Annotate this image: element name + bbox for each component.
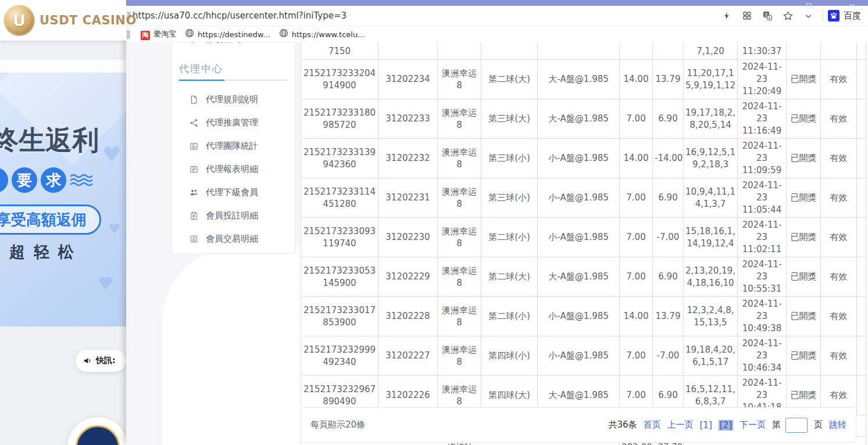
sidebar-item[interactable]: 代理推廣管理 bbox=[172, 111, 295, 134]
sidebar-item[interactable]: 代理報表明細 bbox=[172, 157, 295, 181]
cell-play: 第二球(大) bbox=[481, 257, 538, 297]
sidebar-item-label: 代理下級會員 bbox=[206, 187, 258, 198]
apps-icon[interactable] bbox=[741, 9, 753, 22]
cell-status: 已開獎 bbox=[787, 178, 821, 218]
logo-ball-icon: U bbox=[3, 5, 35, 36]
cell-game: 澳洲幸运8 bbox=[438, 297, 481, 336]
sidebar-item-label: 代理推廣管理 bbox=[206, 117, 258, 128]
cell-content: 大-A盤@1.985 bbox=[538, 257, 620, 297]
sidebar-item-change-password[interactable]: 修改密碼 bbox=[172, 42, 295, 49]
page-number-links: [1][2] bbox=[694, 420, 734, 430]
globe-icon bbox=[279, 28, 288, 40]
cell-valid: 有效 bbox=[821, 139, 857, 178]
logo-text: USDT CASINO bbox=[40, 13, 137, 27]
cell-extra bbox=[857, 42, 866, 60]
sidebar-section-title: 代理中心 bbox=[179, 62, 295, 76]
maximize-button[interactable] bbox=[806, 1, 812, 6]
promo-title: 终生返利 bbox=[0, 123, 99, 159]
table-row-partial: 71507,1,2011:30:37 bbox=[301, 42, 866, 60]
jump-button[interactable]: 跳转 bbox=[829, 419, 846, 430]
browser-titlebar bbox=[126, 0, 868, 6]
bookmark-label: https://destinedw... bbox=[198, 30, 270, 39]
cell-game: 澳洲幸运8 bbox=[438, 218, 481, 257]
sidebar-item[interactable]: 代理團隊統計 bbox=[172, 134, 295, 157]
cell-time: 2024-11-23 11:20:49 bbox=[738, 60, 787, 99]
coin-logo bbox=[76, 425, 120, 445]
chevron-down-icon[interactable] bbox=[802, 9, 815, 22]
cell-bet_id: 2152173233180985720 bbox=[301, 99, 378, 139]
page-number-link[interactable]: [1] bbox=[700, 420, 712, 430]
cell-extra bbox=[857, 297, 866, 336]
news-ticker[interactable]: 快訊: bbox=[76, 350, 126, 372]
close-button[interactable] bbox=[849, 1, 855, 6]
cell-valid: 有效 bbox=[821, 257, 857, 297]
casino-header: U USDT CASINO bbox=[0, 0, 126, 41]
cell-status: 已開獎 bbox=[787, 139, 821, 178]
star-icon[interactable] bbox=[781, 9, 794, 22]
cell-extra bbox=[857, 60, 866, 99]
bookmarks-items: 淘爱淘宝https://destinedw...https://www.tcel… bbox=[132, 28, 365, 40]
cell-amount: 7.00 bbox=[620, 218, 653, 257]
sidebar-item[interactable]: 會員交易明細 bbox=[172, 227, 295, 250]
url-bar[interactable]: https://usa70.cc/hhcp/usercenter.html?in… bbox=[126, 6, 868, 26]
cell-win_loss: 13.79 bbox=[653, 297, 684, 336]
bookmark-label: https://www.tcelu... bbox=[292, 30, 365, 39]
page-decor-blob bbox=[162, 246, 302, 445]
page-number-link[interactable]: [2] bbox=[719, 420, 733, 430]
bet-table: 71507,1,2011:30:372152173233204914900312… bbox=[301, 42, 866, 445]
agent-sidebar: 修改密碼 代理中心 代理規則說明代理推廣管理代理團隊統計代理報表明細代理下級會員… bbox=[172, 42, 295, 254]
cell-play: 第二球(小) bbox=[481, 218, 538, 257]
cell-status: 已開獎 bbox=[787, 336, 821, 376]
sidebar-item-label: 會員交易明細 bbox=[206, 234, 258, 245]
sidebar-item[interactable]: 會員投註明細 bbox=[172, 204, 295, 227]
sidebar-partial-item-wrap: 修改密碼 bbox=[172, 42, 295, 49]
next-page-link[interactable]: 下一页 bbox=[740, 419, 766, 430]
bookmark-item[interactable]: 淘爱淘宝 bbox=[141, 28, 176, 40]
cell-time: 2024-11-23 10:55:31 bbox=[738, 257, 787, 297]
url-text[interactable]: https://usa70.cc/hhcp/usercenter.html?in… bbox=[133, 10, 347, 21]
cell-time: 11:30:37 bbox=[738, 42, 787, 60]
cell-valid: 有效 bbox=[821, 297, 857, 336]
cell-extra bbox=[857, 99, 866, 139]
bookmark-item[interactable]: https://destinedw... bbox=[185, 28, 270, 40]
sidebar-item-label: 代理報表明細 bbox=[206, 164, 258, 175]
table-row: 215217323311445128031202231澳洲幸运8第三球(小)小-… bbox=[301, 178, 866, 218]
cell-status: 已開獎 bbox=[787, 99, 821, 139]
bet-table-body: 71507,1,2011:30:372152173233204914900312… bbox=[301, 42, 866, 445]
cell-extra bbox=[857, 178, 866, 218]
svg-text:A: A bbox=[768, 16, 771, 20]
promo-banner[interactable]: ♥ ♥ ♥ 终生返利 要 求 享受高額返佣 超轻松 bbox=[0, 73, 126, 326]
header-divider-band bbox=[0, 60, 126, 73]
cell-content: 小-A盤@1.985 bbox=[538, 218, 620, 257]
sidebar-item-label: 代理規則說明 bbox=[206, 94, 258, 105]
doc-icon bbox=[190, 95, 198, 104]
cell-play: 第三球(小) bbox=[481, 139, 538, 178]
cell-extra bbox=[857, 376, 866, 415]
sidebar-item-label: 代理團隊統計 bbox=[206, 141, 258, 152]
floating-coin-widget[interactable] bbox=[67, 417, 128, 445]
cell-win_loss: 6.90 bbox=[653, 257, 684, 297]
cell-valid: 有效 bbox=[821, 336, 857, 376]
sidebar-item[interactable]: 代理下級會員 bbox=[172, 181, 295, 204]
baidu-button[interactable]: 百度 bbox=[828, 10, 861, 21]
cell-play: 第三球(大) bbox=[481, 99, 538, 139]
cell-amount bbox=[620, 42, 653, 60]
cell-extra bbox=[857, 139, 866, 178]
stats-icon bbox=[190, 142, 198, 150]
translate-icon[interactable]: 文A bbox=[761, 9, 774, 22]
page-jump-input[interactable] bbox=[785, 418, 808, 433]
cell-win_loss: -7.00 bbox=[653, 218, 684, 257]
casino-logo[interactable]: U USDT CASINO bbox=[0, 5, 137, 36]
sidebar-item[interactable]: 代理規則說明 bbox=[172, 88, 295, 111]
table-row: 215217323318098572031202233澳洲幸运8第三球(大)大-… bbox=[301, 99, 866, 139]
cell-numbers: 2,13,20,19,4,18,16,10 bbox=[684, 257, 738, 297]
first-page-link[interactable]: 首页 bbox=[644, 419, 661, 430]
bookmark-item[interactable]: https://www.tcelu... bbox=[279, 28, 365, 40]
flash-icon[interactable] bbox=[720, 9, 733, 22]
cell-amount: 14.00 bbox=[620, 60, 653, 99]
prev-page-link[interactable]: 上一页 bbox=[667, 419, 694, 430]
table-row: 215217323299949234031202227澳洲幸运8第四球(小)小-… bbox=[301, 336, 866, 376]
cell-win_loss: 6.90 bbox=[653, 99, 684, 139]
taobao-icon: 淘 bbox=[141, 28, 150, 40]
cell-numbers: 12,3,2,4,8,15,13,5 bbox=[684, 297, 738, 336]
